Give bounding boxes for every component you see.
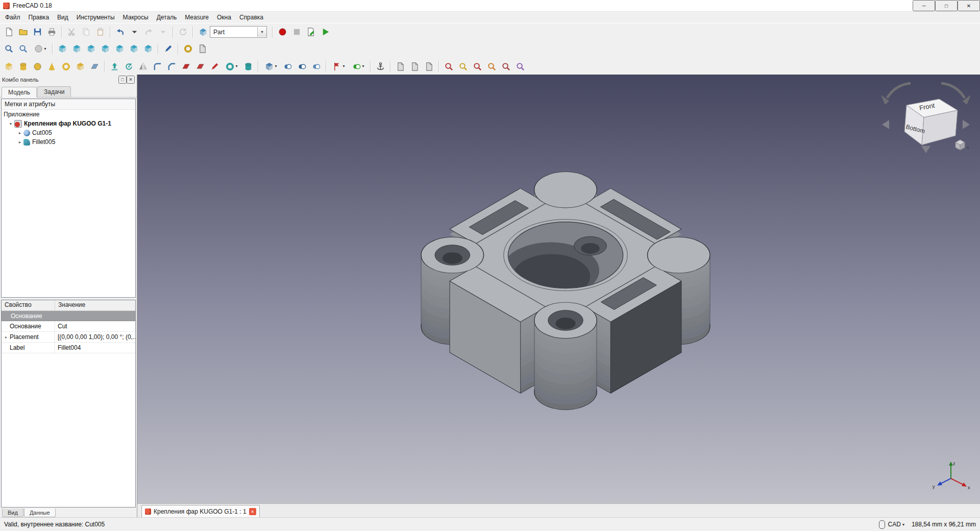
refine-shape-button[interactable]: ▾ — [422, 60, 436, 74]
navcube-menu-arrow[interactable]: ▾ — [967, 145, 969, 150]
new-file-button[interactable]: ▾ — [2, 25, 16, 39]
3d-scene[interactable]: Front Bottom ▾ z x y — [137, 75, 980, 503]
open-file-button[interactable]: ▾ — [16, 25, 30, 39]
view-left-button[interactable]: ▾ — [141, 42, 155, 56]
float-panel-button[interactable]: □ — [118, 76, 127, 84]
property-group-header[interactable]: Основание — [2, 311, 135, 321]
view-axonometric-button[interactable]: ▾ — [56, 42, 69, 56]
fillet-button[interactable]: ▾ — [151, 60, 164, 74]
shape-from-mesh-button[interactable]: ▾ — [394, 60, 407, 74]
loft-button[interactable]: ▾ — [193, 60, 207, 74]
menu-part[interactable]: Деталь — [153, 12, 181, 22]
measure-angular-button[interactable]: ▾ — [471, 60, 484, 74]
undo-dropdown[interactable]: ▾ — [128, 25, 141, 39]
expander-icon[interactable]: ▾ — [8, 122, 14, 126]
join-features-button[interactable]: ▾ — [329, 60, 348, 74]
prop-row-label[interactable]: Label Fillet004 — [2, 343, 135, 353]
tree-item-cut005[interactable]: ▸ Cut005 — [2, 128, 135, 137]
prop-row-placement[interactable]: ▸Placement [(0,00 0,00 1,00); 0,00 °; (0… — [2, 332, 135, 343]
menu-edit[interactable]: Правка — [24, 12, 54, 22]
ruled-surface-button[interactable]: ▾ — [179, 60, 193, 74]
revolve-button[interactable]: ▾ — [122, 60, 136, 74]
document-tab-close-button[interactable]: ✕ — [249, 508, 256, 515]
create-primitives-button[interactable]: ▾ — [74, 60, 87, 74]
property-value[interactable]: Cut — [55, 321, 135, 331]
tree-item-fillet005[interactable]: ▸ Fillet005 — [2, 137, 135, 147]
shape-builder-button[interactable]: ▾ — [88, 60, 102, 74]
maximize-button[interactable]: □ — [935, 0, 958, 11]
paste-button[interactable]: ▾ — [93, 25, 107, 39]
measure-toggle-3d-button[interactable]: ▾ — [513, 60, 527, 74]
chamfer-button[interactable]: ▾ — [165, 60, 179, 74]
menu-windows[interactable]: Окна — [213, 12, 235, 22]
extrude-button[interactable]: ▾ — [108, 60, 121, 74]
undo-button[interactable]: ▾ — [113, 25, 127, 39]
view-front-button[interactable]: ▾ — [70, 42, 84, 56]
close-panel-button[interactable]: ✕ — [127, 76, 135, 84]
tree-root-application[interactable]: Приложение — [2, 110, 135, 119]
menu-measure[interactable]: Measure — [181, 12, 213, 22]
expander-icon[interactable]: ▸ — [17, 131, 23, 135]
fit-selection-button[interactable]: ▾ — [16, 42, 30, 56]
measure-toggle-all-button[interactable]: ▾ — [181, 42, 195, 56]
menu-view[interactable]: Вид — [53, 12, 72, 22]
document-tab[interactable]: Крепления фар KUGOO G1-1 : 1 ✕ — [141, 505, 260, 518]
box-button[interactable]: ▾ — [2, 60, 16, 74]
tree-item-document[interactable]: ▾ Крепления фар KUGOO G1-1 — [2, 119, 135, 128]
mirror-button[interactable]: ▾ — [136, 60, 150, 74]
menu-help[interactable]: Справка — [235, 12, 267, 22]
tab-data-bottom[interactable]: Данные — [24, 509, 56, 517]
measure-refresh-button[interactable]: ▾ — [485, 60, 499, 74]
boolean-intersection-button[interactable]: ▾ — [309, 60, 323, 74]
3d-viewport[interactable]: Front Bottom ▾ z x y — [137, 75, 980, 503]
save-file-button[interactable]: ▾ — [31, 25, 44, 39]
draw-style-button[interactable]: ▾ — [31, 42, 50, 56]
macro-record-button[interactable]: ▾ — [276, 25, 289, 39]
boolean-union-button[interactable]: ▾ — [295, 60, 309, 74]
macro-edit-button[interactable]: ▾ — [304, 25, 318, 39]
expander-icon[interactable]: ▸ — [4, 335, 9, 340]
menu-macros[interactable]: Макросы — [119, 12, 153, 22]
workbench-selector[interactable]: Part ▾ — [199, 26, 267, 38]
menu-file[interactable]: Файл — [1, 12, 24, 22]
macro-play-button[interactable]: ▾ — [318, 25, 332, 39]
property-value[interactable]: [(0,00 0,00 1,00); 0,00 °; (0,... — [55, 332, 135, 342]
cone-button[interactable]: ▾ — [45, 60, 59, 74]
workbench-dropdown-arrow[interactable]: ▾ — [257, 27, 266, 37]
refresh-button[interactable]: ▾ — [176, 25, 190, 39]
measure-linear-button[interactable]: ▾ — [161, 42, 175, 56]
close-button[interactable]: ✕ — [958, 0, 980, 11]
attachment-button[interactable]: ▾ — [374, 60, 387, 74]
torus-button[interactable]: ▾ — [59, 60, 73, 74]
sphere-button[interactable]: ▾ — [31, 60, 44, 74]
view-rear-button[interactable]: ▾ — [113, 42, 127, 56]
sweep-button[interactable]: ▾ — [208, 60, 222, 74]
measure-clear-button[interactable]: ▾ — [195, 42, 209, 56]
thickness-button[interactable]: ▾ — [241, 60, 255, 74]
expander-icon[interactable]: ▸ — [17, 140, 23, 144]
redo-button[interactable]: ▾ — [142, 25, 156, 39]
tab-view-bottom[interactable]: Вид — [2, 509, 23, 517]
measure-linear-3d-button[interactable]: ▾ — [456, 60, 470, 74]
view-right-button[interactable]: ▾ — [99, 42, 112, 56]
minimize-button[interactable]: ─ — [913, 0, 935, 11]
property-value[interactable]: Fillet004 — [55, 343, 135, 353]
redo-dropdown[interactable]: ▾ — [156, 25, 170, 39]
view-top-button[interactable]: ▾ — [84, 42, 98, 56]
boolean-button[interactable]: ▾ — [261, 60, 280, 74]
tab-tasks[interactable]: Задачи — [37, 86, 71, 97]
navigation-style-selector[interactable]: CAD ▾ — [888, 521, 904, 528]
menu-tools[interactable]: Инструменты — [72, 12, 119, 22]
view-bottom-button[interactable]: ▾ — [127, 42, 141, 56]
convert-to-solid-button[interactable]: ▾ — [408, 60, 422, 74]
cylinder-button[interactable]: ▾ — [16, 60, 30, 74]
check-geometry-button[interactable]: ▾ — [442, 60, 456, 74]
fit-all-button[interactable]: ▾ — [2, 42, 16, 56]
macro-stop-button[interactable]: ▾ — [290, 25, 304, 39]
tab-model[interactable]: Модель — [2, 87, 37, 98]
offset-button[interactable]: ▾ — [222, 60, 241, 74]
combo-panel-titlebar[interactable]: Комбо панель □✕ — [0, 75, 137, 85]
split-features-button[interactable]: ▾ — [349, 60, 368, 74]
print-button[interactable]: ▾ — [45, 25, 59, 39]
measure-clear-all-button[interactable]: ▾ — [499, 60, 513, 74]
